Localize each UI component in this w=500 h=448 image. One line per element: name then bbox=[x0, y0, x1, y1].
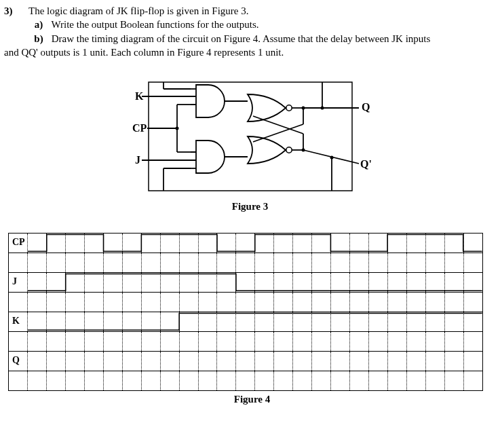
grid-cell bbox=[254, 234, 273, 253]
grid-cell bbox=[311, 332, 330, 351]
grid-cell bbox=[387, 371, 406, 390]
grid-cell bbox=[292, 253, 311, 272]
grid-cell bbox=[330, 312, 349, 331]
grid-cell bbox=[9, 332, 27, 351]
grid-cell bbox=[330, 273, 349, 292]
grid-cell bbox=[198, 371, 217, 390]
grid-cell bbox=[84, 332, 103, 351]
grid-cell bbox=[368, 312, 387, 331]
grid-cell bbox=[46, 234, 65, 253]
signal-label-Q: Q bbox=[12, 354, 20, 367]
grid-cell bbox=[103, 332, 122, 351]
grid-cell bbox=[46, 352, 65, 371]
grid-cell bbox=[179, 332, 198, 351]
grid-cell bbox=[235, 352, 254, 371]
svg-line-22 bbox=[253, 124, 303, 142]
grid-cell bbox=[235, 332, 254, 351]
grid-cell bbox=[27, 371, 46, 390]
grid-cell bbox=[84, 371, 103, 390]
signal-label-J: J bbox=[12, 276, 18, 288]
grid-cell bbox=[141, 293, 160, 312]
grid-cell bbox=[65, 234, 84, 253]
figure-4-caption: Figure 4 bbox=[8, 392, 496, 406]
grid-cell bbox=[235, 273, 254, 292]
label-CP: CP bbox=[132, 122, 147, 134]
grid-cell bbox=[122, 273, 141, 292]
grid-cell bbox=[463, 371, 482, 390]
grid-cell bbox=[273, 293, 292, 312]
grid-cell bbox=[425, 312, 444, 331]
grid-cell bbox=[406, 312, 425, 331]
grid-cell bbox=[425, 332, 444, 351]
grid-cell bbox=[9, 253, 27, 272]
grid-cell bbox=[179, 312, 198, 331]
grid-cell bbox=[425, 234, 444, 253]
grid-cell bbox=[292, 234, 311, 253]
figure-3: K CP J Q Q' bbox=[128, 79, 372, 214]
grid-cell bbox=[198, 312, 217, 331]
grid-cell bbox=[235, 234, 254, 253]
timing-row-blank bbox=[9, 253, 482, 272]
svg-point-17 bbox=[286, 105, 291, 111]
grid-cell bbox=[84, 234, 103, 253]
grid-cell bbox=[254, 332, 273, 351]
grid-cell bbox=[65, 293, 84, 312]
grid-cell bbox=[235, 371, 254, 390]
grid-cell bbox=[273, 273, 292, 292]
question-line-1: 3) The logic diagram of JK flip-flop is … bbox=[4, 4, 496, 18]
grid-cell bbox=[216, 293, 235, 312]
grid-cell bbox=[235, 253, 254, 272]
grid-cell bbox=[160, 332, 179, 351]
grid-cell bbox=[84, 352, 103, 371]
svg-line-26 bbox=[253, 116, 303, 134]
grid-cell bbox=[463, 332, 482, 351]
grid-cell bbox=[444, 253, 463, 272]
grid-cell bbox=[122, 312, 141, 331]
grid-cell bbox=[216, 371, 235, 390]
grid-cell bbox=[368, 332, 387, 351]
grid-cell bbox=[46, 273, 65, 292]
grid-cell bbox=[122, 371, 141, 390]
grid-cell bbox=[444, 352, 463, 371]
grid-cell bbox=[444, 273, 463, 292]
grid-cell bbox=[292, 293, 311, 312]
grid-cell bbox=[349, 234, 368, 253]
grid-cell bbox=[406, 273, 425, 292]
grid-cell bbox=[160, 234, 179, 253]
grid-cell bbox=[103, 371, 122, 390]
grid-cell bbox=[235, 293, 254, 312]
grid-cell bbox=[406, 293, 425, 312]
grid-cell bbox=[179, 253, 198, 272]
grid-cell bbox=[254, 293, 273, 312]
label-Qprime: Q' bbox=[360, 158, 372, 170]
grid-cell bbox=[160, 352, 179, 371]
grid-cell bbox=[65, 352, 84, 371]
grid-cell bbox=[160, 371, 179, 390]
grid-cell bbox=[84, 273, 103, 292]
grid-cell bbox=[444, 293, 463, 312]
timing-row-Q: Q bbox=[9, 351, 482, 371]
grid-cell bbox=[216, 234, 235, 253]
grid-cell bbox=[330, 253, 349, 272]
grid-cell bbox=[273, 312, 292, 331]
grid-cell bbox=[198, 293, 217, 312]
grid-cell bbox=[46, 253, 65, 272]
grid-cell bbox=[235, 312, 254, 331]
grid-cell bbox=[9, 371, 27, 390]
grid-cell bbox=[444, 332, 463, 351]
grid-cell bbox=[311, 371, 330, 390]
grid-cell bbox=[463, 253, 482, 272]
grid-cell bbox=[463, 293, 482, 312]
grid-cell bbox=[425, 352, 444, 371]
grid-cell bbox=[27, 293, 46, 312]
timing-grid: CPJKQ bbox=[8, 233, 483, 391]
grid-cell bbox=[311, 273, 330, 292]
grid-cell bbox=[387, 253, 406, 272]
grid-cell bbox=[254, 312, 273, 331]
grid-cell bbox=[122, 352, 141, 371]
grid-cell bbox=[463, 312, 482, 331]
grid-cell bbox=[406, 352, 425, 371]
figure-4: CPJKQ Figure 4 bbox=[8, 233, 496, 406]
grid-cell bbox=[103, 293, 122, 312]
timing-row-blank bbox=[9, 331, 482, 351]
